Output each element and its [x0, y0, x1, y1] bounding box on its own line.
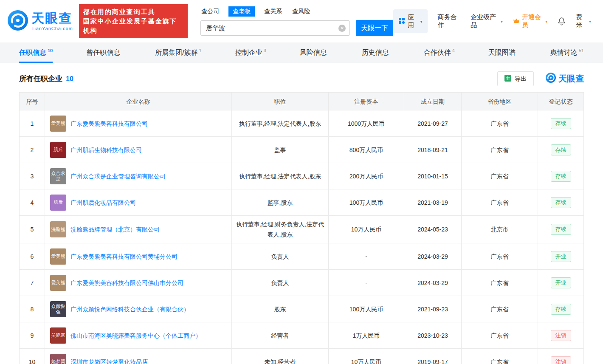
capital-cell: 100万人民币	[329, 296, 404, 322]
column-header: 序号	[20, 93, 45, 110]
company-cell: 众颜悦色 广州众颜悦色网络科技合伙企业（有限合伙）	[45, 296, 232, 322]
company-link[interactable]: 洗脸熊品牌管理（北京）有限公司	[70, 224, 160, 234]
chevron-down-icon: ▾	[501, 19, 503, 24]
username-label: 费米	[576, 13, 587, 29]
company-logo: 爱美熊	[50, 275, 66, 291]
chevron-down-icon: ▾	[420, 19, 423, 24]
date-cell: 2021-03-19	[404, 189, 462, 216]
section-tab[interactable]: 舆情讨论51	[550, 42, 584, 63]
tab-label: 天眼图谱	[488, 48, 516, 57]
search-type-tab[interactable]: 查公司	[200, 6, 220, 17]
section-tab[interactable]: 任职信息10	[19, 42, 53, 63]
company-logo: 众颜悦色	[50, 301, 66, 317]
company-cell: 爱美熊 广东爱美熊美容科技有限公司黄埔分公司	[45, 243, 232, 270]
position-cell: 经营者	[232, 322, 329, 349]
tianyancha-logo-icon	[546, 73, 556, 85]
position-cell: 未知,经营者	[232, 349, 329, 364]
table-row: 10 姬梦翼 深圳市龙岗区姬梦翼化妆品店 未知,经营者 10万人民币 2019-…	[20, 349, 583, 364]
table-row: 4 肌后 广州肌后化妆品有限公司 监事,股东 100万人民币 2021-03-1…	[20, 189, 583, 216]
row-index: 3	[20, 163, 45, 189]
row-index: 1	[20, 110, 45, 137]
search-area: 查公司 查老板 查关系 查风险 ✕ 天眼一下	[200, 6, 393, 36]
date-cell: 2021-09-23	[404, 296, 462, 322]
company-link[interactable]: 广州众颜悦色网络科技合伙企业（有限合伙）	[70, 304, 189, 314]
tab-count: 3	[264, 48, 266, 53]
section-tab[interactable]: 合作伙伴4	[424, 42, 455, 63]
position-cell: 监事	[232, 137, 329, 163]
capital-cell: -	[329, 270, 404, 296]
nav-open-vip[interactable]: 开通会员 ▾	[513, 13, 547, 29]
row-index: 4	[20, 189, 45, 216]
date-cell: 2021-09-27	[404, 110, 462, 137]
top-nav: 应用 ▾ 商务合作 企业级产品 ▾ 开通会员 ▾ 费米	[393, 9, 603, 33]
user-menu[interactable]: 费米 ▾	[576, 13, 591, 29]
capital-cell: 10万人民币	[329, 216, 404, 243]
site-logo[interactable]: 天眼查 TianYanCha.com	[8, 10, 73, 32]
company-link[interactable]: 广州众合求是企业管理咨询有限公司	[70, 171, 166, 181]
status-badge: 存续	[551, 224, 571, 235]
region-cell: 广东省	[462, 322, 538, 349]
column-header: 职位	[232, 93, 329, 110]
column-header: 省份地区	[462, 93, 538, 110]
company-logo: 肌后	[50, 142, 66, 158]
table-row: 3 众合求是 广州众合求是企业管理咨询有限公司 执行董事,经理,法定代表人,股东…	[20, 163, 583, 189]
column-header: 登记状态	[538, 93, 583, 110]
apps-menu-button[interactable]: 应用 ▾	[393, 9, 427, 33]
status-cell: 注销	[538, 349, 583, 364]
company-cell: 吴晓露 佛山市南海区吴晓露美容服务中心（个体工商户）	[45, 322, 232, 349]
search-type-tab[interactable]: 查关系	[263, 6, 283, 17]
table-row: 9 吴晓露 佛山市南海区吴晓露美容服务中心（个体工商户） 经营者 1万人民币 2…	[20, 322, 583, 349]
tab-label: 历史信息	[362, 48, 389, 57]
status-cell: 存续	[538, 296, 583, 322]
watermark-label: 天眼查	[558, 73, 584, 85]
search-button[interactable]: 天眼一下	[356, 20, 393, 36]
tab-count: 4	[452, 48, 455, 53]
promo-banner: 都在用的商业查询工具 国家中小企业发展子基金旗下机构	[79, 4, 188, 38]
clear-search-icon[interactable]: ✕	[338, 25, 346, 32]
company-logo: 肌后	[50, 195, 66, 211]
search-type-tab[interactable]: 查老板	[228, 6, 255, 17]
nav-business-cooperation[interactable]: 商务合作	[438, 13, 461, 29]
region-cell: 北京市	[462, 216, 538, 243]
export-button[interactable]: 导出	[497, 71, 534, 86]
section-tab[interactable]: 所属集团/族群1	[155, 42, 202, 63]
date-cell: 2018-09-21	[404, 137, 462, 163]
tab-label: 任职信息	[19, 48, 46, 57]
region-cell: 广东省	[462, 349, 538, 364]
section-tab[interactable]: 历史信息	[362, 42, 390, 63]
date-cell: 2024-03-29	[404, 243, 462, 270]
row-index: 7	[20, 270, 45, 296]
status-cell: 开业	[538, 270, 583, 296]
status-badge: 注销	[551, 356, 571, 364]
tab-label: 曾任职信息	[86, 48, 120, 57]
status-badge: 存续	[551, 197, 571, 208]
company-cell: 肌后 广州肌后生物科技有限公司	[45, 137, 232, 163]
region-cell: 广东省	[462, 137, 538, 163]
row-index: 9	[20, 322, 45, 349]
company-link[interactable]: 深圳市龙岗区姬梦翼化妆品店	[70, 357, 148, 364]
region-cell: 广东省	[462, 163, 538, 189]
status-cell: 存续	[538, 216, 583, 243]
chevron-down-icon: ▾	[589, 19, 591, 24]
section-tab[interactable]: 曾任职信息	[86, 42, 121, 63]
company-link[interactable]: 佛山市南海区吴晓露美容服务中心（个体工商户）	[70, 330, 201, 341]
section-tab[interactable]: 风险信息	[300, 42, 328, 63]
section-tab[interactable]: 天眼图谱	[488, 42, 517, 63]
company-link[interactable]: 广东爱美熊美容科技有限公司佛山市分公司	[70, 278, 183, 288]
search-type-tab[interactable]: 查风险	[291, 6, 311, 17]
search-input[interactable]	[201, 25, 349, 32]
column-header: 注册资本	[329, 93, 404, 110]
company-link[interactable]: 广东爱美熊美容科技有限公司黄埔分公司	[70, 251, 178, 262]
company-link[interactable]: 广州肌后生物科技有限公司	[70, 145, 142, 155]
notifications-bell-icon[interactable]	[558, 17, 566, 25]
company-link[interactable]: 广东爱美熊美容科技有限公司	[70, 119, 148, 129]
main-content: 所有任职企业 10 导出	[0, 71, 603, 364]
tab-label: 合作伙伴	[424, 48, 451, 57]
brand-domain: TianYanCha.com	[31, 26, 73, 31]
region-cell: 广东省	[462, 110, 538, 137]
nav-enterprise-products[interactable]: 企业级产品 ▾	[471, 13, 503, 29]
section-tab[interactable]: 控制企业3	[235, 42, 266, 63]
tab-count: 51	[579, 48, 584, 53]
company-link[interactable]: 广州肌后化妆品有限公司	[70, 198, 136, 208]
table-row: 1 爱美熊 广东爱美熊美容科技有限公司 执行董事,经理,法定代表人,股东 100…	[20, 110, 583, 137]
